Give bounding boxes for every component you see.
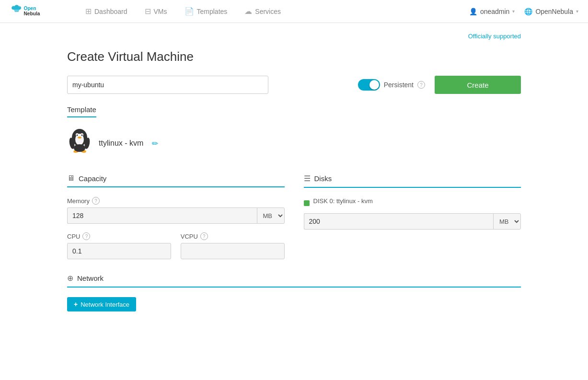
- officially-supported-bar: Officially supported: [0, 23, 588, 40]
- vcpu-label: VCPU: [181, 233, 198, 240]
- navbar: Open Nebula ⊞ Dashboard ⊟ VMs 📄 Template…: [0, 0, 588, 23]
- main-content: Create Virtual Machine Persistent ? Crea…: [0, 40, 588, 321]
- edit-template-icon[interactable]: ✏: [152, 139, 158, 148]
- vms-icon: ⊟: [145, 7, 151, 16]
- services-label: Services: [255, 8, 281, 15]
- create-button[interactable]: Create: [435, 76, 521, 94]
- vms-label: VMs: [154, 8, 167, 15]
- dashboard-label: Dashboard: [94, 8, 127, 15]
- templates-label: Templates: [197, 8, 228, 15]
- disk-0-unit-select[interactable]: MB GB: [493, 213, 521, 230]
- template-tab[interactable]: Template: [67, 105, 521, 127]
- user-menu[interactable]: 👤 oneadmin ▾: [469, 8, 515, 15]
- globe-icon: 🌐: [524, 8, 532, 15]
- plus-icon: +: [74, 300, 78, 308]
- cloud-chevron-icon: ▾: [576, 9, 578, 14]
- add-network-label: Network Interface: [81, 301, 129, 308]
- vcpu-help-icon[interactable]: ?: [200, 232, 208, 240]
- template-tab-label: Template: [67, 105, 96, 117]
- svg-text:Open: Open: [24, 6, 36, 11]
- memory-input-group: MB GB: [67, 207, 285, 224]
- user-name: oneadmin: [480, 8, 510, 15]
- persistent-group: Persistent ?: [358, 79, 425, 91]
- add-network-interface-button[interactable]: + Network Interface: [67, 297, 136, 311]
- toggle-slider: [358, 79, 380, 91]
- disk-0-label: DISK 0: ttylinux - kvm: [313, 197, 373, 205]
- disks-section: ☰ Disks DISK 0: ttylinux - kvm MB GB: [304, 174, 521, 259]
- services-icon: ☁: [244, 7, 252, 16]
- capacity-section: 🖥 Capacity Memory ? MB GB CPU ?: [67, 174, 285, 259]
- memory-label-group: Memory ?: [67, 197, 285, 205]
- svg-point-11: [74, 144, 85, 152]
- page-title: Create Virtual Machine: [67, 49, 521, 64]
- vcpu-label-group: VCPU ?: [181, 232, 285, 240]
- cpu-group: CPU ?: [67, 232, 171, 259]
- cpu-vcpu-row: CPU ? VCPU ?: [67, 232, 285, 259]
- svg-point-6: [77, 135, 78, 136]
- network-label: Network: [77, 274, 104, 282]
- disks-header: ☰ Disks: [304, 174, 521, 188]
- memory-input[interactable]: [67, 207, 257, 224]
- persistent-help-icon[interactable]: ?: [417, 81, 425, 89]
- user-chevron-icon: ▾: [512, 9, 515, 14]
- memory-unit-select[interactable]: MB GB: [257, 207, 285, 224]
- svg-point-7: [81, 135, 83, 136]
- nav-vms[interactable]: ⊟ VMs: [136, 0, 176, 23]
- disks-label: Disks: [314, 174, 332, 183]
- cloud-menu[interactable]: 🌐 OpenNebula ▾: [524, 8, 578, 15]
- user-icon: 👤: [469, 8, 477, 15]
- capacity-header: 🖥 Capacity: [67, 174, 285, 187]
- templates-icon: 📄: [184, 7, 194, 16]
- svg-point-8: [78, 137, 81, 138]
- tux-icon: [67, 127, 92, 160]
- persistent-toggle[interactable]: [358, 79, 380, 91]
- nav-templates[interactable]: 📄 Templates: [176, 0, 236, 23]
- vm-name-input[interactable]: [67, 76, 268, 94]
- dashboard-icon: ⊞: [85, 7, 92, 16]
- capacity-icon: 🖥: [67, 174, 75, 183]
- brand-logo[interactable]: Open Nebula: [10, 3, 67, 20]
- memory-help-icon[interactable]: ?: [92, 197, 100, 205]
- persistent-label: Persistent: [384, 81, 414, 89]
- network-section: ⊕ Network + Network Interface: [67, 274, 521, 311]
- cpu-label-group: CPU ?: [67, 232, 171, 240]
- template-name: ttylinux - kvm: [99, 139, 143, 148]
- capacity-disks-row: 🖥 Capacity Memory ? MB GB CPU ?: [67, 174, 521, 259]
- nav-services[interactable]: ☁ Services: [236, 0, 289, 23]
- disk-indicator: [304, 200, 310, 206]
- disk-0-input-group: MB GB: [304, 213, 521, 230]
- disk-0-header: DISK 0: ttylinux - kvm: [304, 197, 521, 208]
- nav-dashboard[interactable]: ⊞ Dashboard: [77, 0, 136, 23]
- svg-text:Nebula: Nebula: [24, 11, 40, 16]
- network-header: ⊕ Network: [67, 274, 521, 288]
- network-icon: ⊕: [67, 274, 73, 283]
- cpu-help-icon[interactable]: ?: [82, 232, 90, 240]
- template-card: ttylinux - kvm ✏: [67, 127, 521, 160]
- cloud-name: OpenNebula: [535, 8, 573, 15]
- cpu-label: CPU: [67, 233, 80, 240]
- vcpu-group: VCPU ?: [181, 232, 285, 259]
- cpu-input[interactable]: [67, 243, 171, 259]
- vcpu-input[interactable]: [181, 243, 285, 259]
- officially-supported-link[interactable]: Officially supported: [468, 33, 521, 40]
- top-form-row: Persistent ? Create: [67, 76, 521, 94]
- disk-0-size-input[interactable]: [304, 213, 494, 230]
- capacity-label: Capacity: [79, 174, 106, 183]
- disks-icon: ☰: [304, 174, 311, 183]
- memory-label: Memory: [67, 197, 90, 205]
